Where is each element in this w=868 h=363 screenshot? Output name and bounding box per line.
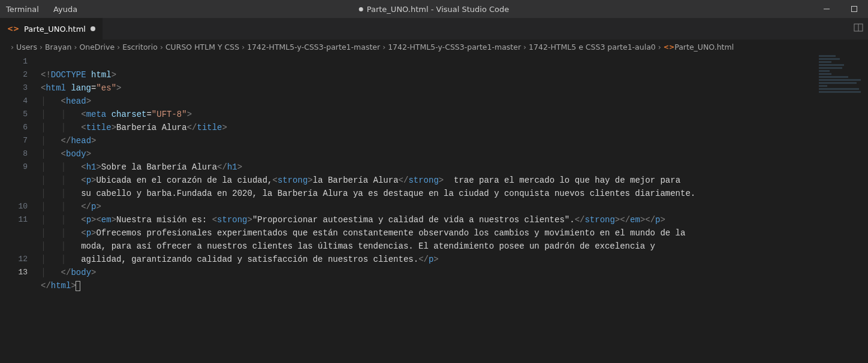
- line-number: 6: [0, 121, 41, 134]
- line-number: 11: [0, 213, 41, 226]
- chevron-right-icon: ›: [40, 43, 43, 52]
- crumb-1742-1[interactable]: 1742-HTML5-y-CSS3-parte1-master: [247, 43, 380, 52]
- menu-bar: Terminal Ayuda: [0, 2, 81, 16]
- chevron-right-icon: ›: [658, 43, 661, 52]
- maximize-button[interactable]: [840, 0, 868, 18]
- title-bar: Terminal Ayuda Parte_UNO.html - Visual S…: [0, 0, 868, 18]
- line-number: 12: [0, 253, 41, 266]
- line-number: [0, 240, 41, 253]
- chevron-right-icon: ›: [11, 43, 14, 52]
- tab-parte-uno[interactable]: <> Parte_UNO.html: [0, 18, 103, 40]
- tab-dirty-icon: [91, 26, 95, 31]
- chevron-right-icon: ›: [160, 43, 163, 52]
- window-title-text: Parte_UNO.html - Visual Studio Code: [367, 5, 510, 14]
- chevron-right-icon: ›: [242, 43, 245, 52]
- tab-bar: <> Parte_UNO.html: [0, 18, 868, 40]
- chevron-right-icon: ›: [74, 43, 77, 52]
- cursor-icon: [76, 281, 80, 291]
- line-number: [0, 187, 41, 200]
- code-content[interactable]: <!DOCTYPE html> <html lang="es"> │ <head…: [41, 54, 868, 363]
- crumb-brayan[interactable]: Brayan: [45, 43, 71, 52]
- html-file-icon: <>: [664, 43, 674, 51]
- tab-label: Parte_UNO.html: [24, 25, 86, 34]
- crumb-onedrive[interactable]: OneDrive: [79, 43, 114, 52]
- split-editor-icon[interactable]: [854, 23, 863, 35]
- line-number: 1: [0, 55, 41, 68]
- svg-rect-1: [852, 7, 857, 12]
- line-number: 2: [0, 68, 41, 81]
- line-gutter: 123456789 1011 1213: [0, 54, 41, 363]
- chevron-right-icon: ›: [523, 43, 526, 52]
- editor-actions: [854, 18, 868, 40]
- editor-area[interactable]: 123456789 1011 1213 <!DOCTYPE html> <htm…: [0, 54, 868, 363]
- minimize-button[interactable]: [813, 0, 840, 18]
- line-number: 9: [0, 161, 41, 174]
- menu-terminal[interactable]: Terminal: [2, 2, 43, 16]
- crumb-1742-2[interactable]: 1742-HTML5-y-CSS3-parte1-master: [388, 43, 521, 52]
- crumb-users[interactable]: Users: [16, 43, 37, 52]
- html-file-icon: <>: [7, 25, 19, 33]
- crumb-file[interactable]: Parte_UNO.html: [674, 43, 734, 52]
- breadcrumb[interactable]: › Users › Brayan › OneDrive › Escritorio…: [0, 40, 868, 54]
- line-number: [0, 174, 41, 187]
- dirty-dot-icon: [359, 7, 363, 11]
- line-number: 3: [0, 81, 41, 95]
- window-controls: [813, 0, 868, 18]
- minimap[interactable]: [819, 55, 861, 91]
- crumb-escritorio[interactable]: Escritorio: [122, 43, 158, 52]
- line-number: 5: [0, 108, 41, 121]
- line-number: 7: [0, 134, 41, 147]
- line-number: [0, 226, 41, 240]
- chevron-right-icon: ›: [117, 43, 120, 52]
- line-number: 10: [0, 200, 41, 213]
- menu-help[interactable]: Ayuda: [50, 2, 81, 16]
- line-number: 4: [0, 95, 41, 108]
- crumb-aula0[interactable]: 1742-HTML5 e CSS3 parte1-aula0: [529, 43, 656, 52]
- window-title: Parte_UNO.html - Visual Studio Code: [359, 5, 510, 14]
- line-number: 13: [0, 266, 41, 279]
- line-number: 8: [0, 147, 41, 161]
- chevron-right-icon: ›: [382, 43, 385, 52]
- crumb-curso[interactable]: CURSO HTLM Y CSS: [165, 43, 239, 52]
